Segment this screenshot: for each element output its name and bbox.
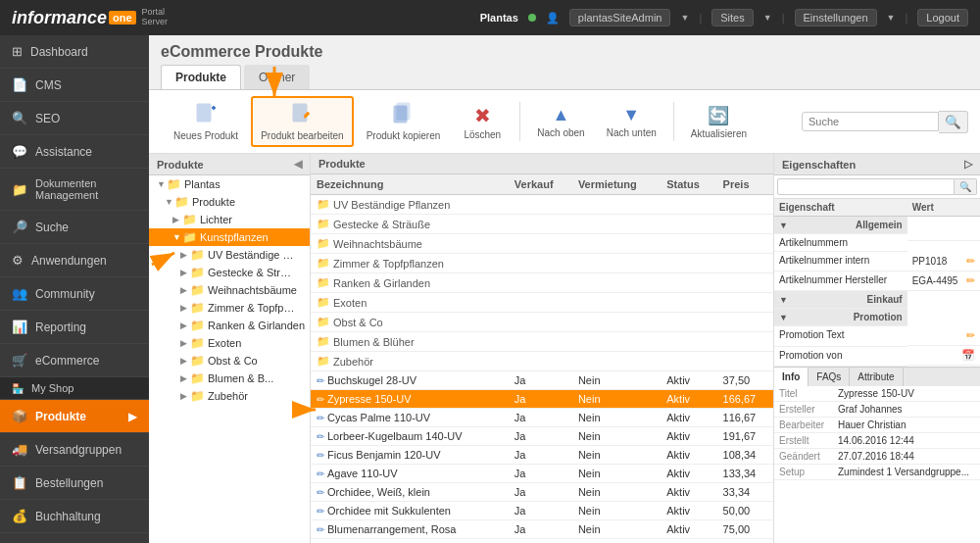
user-button[interactable]: plantasSiteAdmin [569,9,671,26]
sidebar-item-community[interactable]: 👥 Community [0,277,149,311]
neues-produkt-button[interactable]: Neues Produkt [165,97,247,146]
tree-node-zimmer[interactable]: ▶ 📁 Zimmer & Topfpflanze... [149,299,310,317]
table-row[interactable]: ✏Ficus Benjamin 120-UV JaNeinAktiv108,34 [311,446,773,465]
edit-hersteller-icon[interactable]: ✏ [966,274,975,287]
table-row[interactable]: 📁Exoten [311,293,773,313]
sidebar-label-dashboard: Dashboard [30,45,88,59]
sidebar-item-seo[interactable]: 🔍 SEO [0,102,149,135]
sidebar-item-bestellungen[interactable]: 📋 Bestellungen [0,467,149,500]
edit-promotion-icon[interactable]: ✏ [966,329,975,342]
tree-node-uv[interactable]: ▶ 📁 UV Beständige Pflanz... [149,246,310,264]
tree-collapse-icon[interactable]: ◀ [294,158,302,171]
tree-node-kunstpflanzen[interactable]: ▼ 📁 Kunstpflanzen [149,228,310,246]
search-button[interactable]: 🔍 [939,111,968,133]
sidebar-item-ecommerce[interactable]: 🛒 eCommerce [0,344,149,377]
sidebar-label-reporting: Reporting [35,321,86,334]
table-row[interactable]: 📁Weihnachtsbäume [311,234,773,254]
tab-ordner[interactable]: Ordner [244,65,310,89]
sidebar-item-dokumente[interactable]: 📁 Dokumenten Management [0,169,149,211]
loeschen-button[interactable]: ✖ Löschen [453,99,512,145]
prop-row-artikelnummer-intern: Artikelnummer intern PP1018 ✏ [774,252,980,272]
sidebar-item-assistance[interactable]: 💬 Assistance [0,135,149,169]
col-bezeichnung[interactable]: Bezeichnung [311,174,509,195]
table-row[interactable]: 📁Ranken & Girlanden [311,273,773,293]
table-row[interactable]: ✏Lorbeer-Kugelbaum 140-UV JaNeinAktiv191… [311,427,773,446]
table-row[interactable]: 📁UV Beständige Pflanzen [311,195,773,215]
tree-node-zubehor[interactable]: ▶ 📁 Zubehör [149,387,310,405]
prop-section-allgemein[interactable]: ▼Allgemein [774,217,907,234]
table-row-selected[interactable]: ✏Zypresse 150-UV JaNeinAktiv166,67 [311,390,773,409]
sidebar-item-reporting[interactable]: 📊 Reporting [0,311,149,344]
sidebar-item-buchhaltung[interactable]: 💰 Buchhaltung [0,500,149,533]
col-status[interactable]: Status [661,174,716,195]
col-preis[interactable]: Preis [717,174,773,195]
table-row[interactable]: 📁Obst & Co [311,313,773,332]
sidebar-label-anwendungen: Anwendungen [31,254,107,268]
produkt-bearbeiten-button[interactable]: Produkt bearbeiten [251,96,354,147]
table-row[interactable]: ✏Agave 110-UV JaNeinAktiv133,34 [311,465,773,483]
prop-search-button[interactable]: 🔍 [955,178,977,195]
table-row[interactable]: ✏Orchidee mit Sukkulenten JaNeinAktiv50,… [311,502,773,520]
prop-section-einkauf[interactable]: ▼Einkauf [774,291,907,309]
settings-button[interactable]: Einstellungen [795,9,877,26]
produkt-kopieren-button[interactable]: Produkt kopieren [358,97,450,146]
weihnacht-arrow: ▶ [180,285,190,295]
table-row[interactable]: 📁Zimmer & Topfpflanzen [311,254,773,273]
tree-node-exoten[interactable]: ▶ 📁 Exoten [149,334,310,352]
plantas-arrow: ▼ [157,179,167,189]
tab-produkte[interactable]: Produkte [161,65,241,89]
info-row-setup: Setup Zumindest 1 Versandgruppe... [774,464,980,479]
search-input[interactable] [802,112,939,131]
info-key-erstellt: Erstellt [774,432,833,448]
exoten-label: Exoten [208,337,241,349]
properties-expand-icon[interactable]: ▷ [964,158,972,171]
col-vermietung[interactable]: Vermietung [572,174,661,195]
cms-icon: 📄 [12,77,27,92]
zubehor-label: Zubehör [208,390,248,402]
calendar-promotion-icon[interactable]: 📅 [961,349,975,362]
info-tab-attribute[interactable]: Attribute [850,368,903,386]
table-row[interactable]: 📁Zubehör [311,352,773,371]
zimmer-folder-icon: 📁 [190,301,205,315]
tree-node-obst[interactable]: ▶ 📁 Obst & Co [149,352,310,370]
sidebar-item-versandgruppen[interactable]: 🚚 Versandgruppen [0,433,149,467]
tree-node-gestecke[interactable]: ▶ 📁 Gestecke & Sträuße [149,264,310,281]
nach-oben-button[interactable]: ▲ Nach oben [528,100,593,143]
table-row[interactable]: ✏Orchidee, Weiß, klein JaNeinAktiv33,34 [311,483,773,502]
logout-button[interactable]: Logout [917,9,968,26]
table-row[interactable]: 📁Gestecke & Sträuße [311,215,773,234]
info-tab-info[interactable]: Info [774,368,808,386]
info-tab-faqs[interactable]: FAQs [808,368,850,386]
produkte-active-arrow: ▶ [128,410,137,423]
edit-intern-icon[interactable]: ✏ [966,255,975,268]
zimmer-arrow: ▶ [180,303,190,313]
sidebar-item-produkte[interactable]: 📦 Produkte ▶ [0,400,149,433]
tree-node-weihnacht[interactable]: ▶ 📁 Weihnachtsbäume [149,281,310,299]
nach-unten-button[interactable]: ▼ Nach unten [598,100,665,143]
tree-node-blumen[interactable]: ▶ 📁 Blumen & B... [149,370,310,387]
prop-row-promotion-text: Promotion Text ✏ [774,326,980,346]
sidebar-label-community: Community [35,287,95,301]
tree-node-ranken[interactable]: ▶ 📁 Ranken & Girlanden [149,317,310,334]
exoten-folder-icon: 📁 [190,336,205,350]
sites-button[interactable]: Sites [711,9,753,26]
tree-node-produkte[interactable]: ▼ 📁 Produkte [149,193,310,211]
sidebar-item-cms[interactable]: 📄 CMS [0,69,149,102]
produkte-node-label: Produkte [192,196,235,208]
aktualisieren-button[interactable]: 🔄 Aktualisieren [682,100,756,144]
col-verkauf[interactable]: Verkauf [509,174,572,195]
table-row[interactable]: ✏Cycas Palme 110-UV JaNeinAktiv116,67 [311,409,773,427]
prop-search-input[interactable] [777,178,955,195]
tree-node-plantas[interactable]: ▼ 📁 Plantas [149,175,310,193]
table-row[interactable]: ✏Rosenbund klein, Hellrosa NeinNeinAktiv… [311,539,773,544]
info-key-bearbeiter: Bearbeiter [774,417,833,432]
prop-section-promotion[interactable]: ▼Promotion [774,309,907,326]
table-row[interactable]: ✏Blumenarrangement, Rosa JaNeinAktiv75,0… [311,520,773,539]
sidebar-item-anwendungen[interactable]: ⚙ Anwendungen [0,244,149,277]
tree-node-lichter[interactable]: ▶ 📁 Lichter [149,211,310,228]
blumen-label: Blumen & B... [208,372,273,384]
sidebar-item-dashboard[interactable]: ⊞ Dashboard [0,35,149,69]
table-row[interactable]: ✏Buchskugel 28-UV JaNeinAktiv37,50 [311,371,773,390]
table-row[interactable]: 📁Blumen & Blüher [311,332,773,352]
sidebar-item-suche[interactable]: 🔎 Suche [0,211,149,244]
